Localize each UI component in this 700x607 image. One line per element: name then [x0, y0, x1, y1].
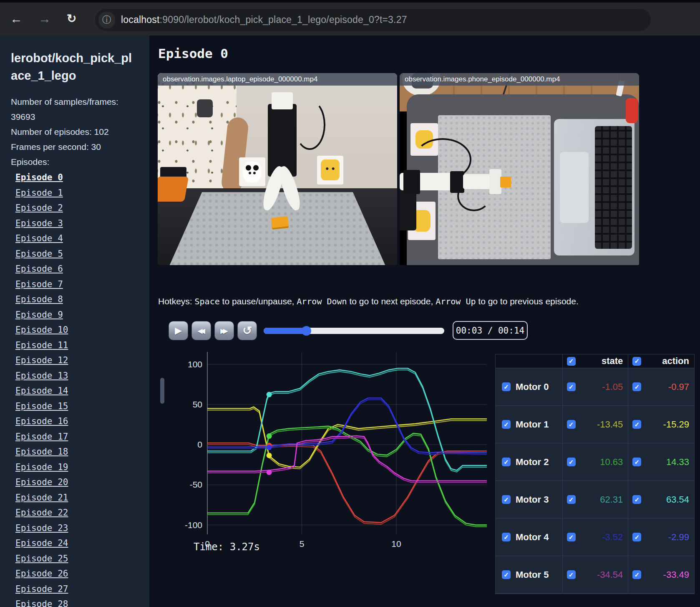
sidebar-episode-link[interactable]: Episode 4	[15, 233, 63, 243]
action-value-cell: ✓14.33	[628, 443, 694, 481]
sidebar-episode-link[interactable]: Episode 22	[15, 508, 68, 518]
sidebar-episode-link[interactable]: Episode 21	[15, 493, 68, 503]
row-checkbox[interactable]: ✓	[502, 382, 511, 391]
row-checkbox[interactable]: ✓	[502, 570, 511, 579]
dataset-stat-line: Frames per second: 30	[11, 139, 130, 154]
row-checkbox[interactable]: ✓	[567, 420, 576, 429]
state-column-label: state	[602, 356, 623, 367]
sidebar-episode-link[interactable]: Episode 27	[15, 584, 68, 594]
row-checkbox[interactable]: ✓	[567, 533, 576, 541]
list-item: Episode 9	[15, 308, 149, 323]
row-checkbox[interactable]: ✓	[502, 495, 511, 504]
row-checkbox[interactable]: ✓	[567, 495, 576, 504]
sidebar-episode-link[interactable]: Episode 23	[15, 523, 68, 533]
motor-name-cell: ✓Motor 2	[496, 443, 563, 481]
row-checkbox[interactable]: ✓	[502, 458, 511, 466]
row-checkbox[interactable]: ✓	[632, 458, 641, 466]
browser-toolbar: ← → ↻ ⓘ localhost:9090/lerobot/koch_pick…	[0, 0, 700, 35]
reload-icon[interactable]: ↻	[67, 12, 76, 25]
motor-name: Motor 1	[516, 419, 549, 430]
orange-lego-brick	[500, 177, 511, 187]
sidebar-episode-link[interactable]: Episode 8	[15, 294, 63, 304]
motor-name: Motor 0	[516, 382, 549, 392]
action-value: 14.33	[666, 457, 689, 468]
action-column-checkbox[interactable]: ✓	[632, 357, 641, 366]
row-checkbox[interactable]: ✓	[567, 570, 576, 579]
motor-name-cell: ✓Motor 5	[496, 556, 563, 593]
sidebar-episode-link[interactable]: Episode 18	[15, 447, 68, 457]
sidebar-episode-link[interactable]: Episode 26	[15, 569, 68, 579]
sidebar-episode-link[interactable]: Episode 20	[15, 477, 68, 487]
state-value: -34.54	[597, 569, 623, 580]
forward-icon[interactable]: →	[38, 12, 51, 26]
motor-name-cell: ✓Motor 3	[496, 481, 563, 518]
sidebar-episode-link[interactable]: Episode 14	[15, 386, 68, 396]
hotkey-text: Hotkeys:	[158, 296, 195, 306]
sidebar-episode-link[interactable]: Episode 3	[15, 218, 63, 228]
hotkey-text: to go to previous episode.	[476, 296, 578, 306]
motor-name-cell: ✓Motor 1	[496, 406, 563, 443]
sidebar-episode-link[interactable]: Episode 2	[15, 203, 63, 213]
list-item: Episode 26	[15, 567, 149, 582]
address-bar[interactable]: ⓘ localhost:9090/lerobot/koch_pick_place…	[95, 9, 651, 31]
table-row: ✓Motor 1✓-13.45✓-15.29	[496, 406, 694, 443]
svg-text:5: 5	[300, 539, 305, 549]
sidebar-episode-link[interactable]: Episode 28	[15, 599, 68, 607]
row-checkbox[interactable]: ✓	[502, 420, 511, 429]
state-value: 62.31	[600, 494, 623, 505]
row-checkbox[interactable]: ✓	[632, 495, 641, 504]
page-title: Episode 0	[158, 46, 228, 61]
svg-text:50: 50	[193, 400, 202, 409]
video-player-phone[interactable]: observation.images.phone_episode_000000.…	[400, 73, 639, 265]
row-checkbox[interactable]: ✓	[502, 533, 511, 541]
cursor-dot-motor-4	[267, 445, 272, 450]
row-checkbox[interactable]: ✓	[632, 420, 641, 429]
sidebar-episode-link[interactable]: Episode 6	[15, 264, 63, 274]
motor-name: Motor 2	[516, 457, 549, 468]
sidebar-episode-link[interactable]: Episode 19	[15, 462, 68, 472]
sidebar-episode-link[interactable]: Episode 15	[15, 401, 68, 411]
motor-chart[interactable]: 100500-50-1000510	[154, 330, 501, 564]
row-checkbox[interactable]: ✓	[632, 533, 641, 541]
video-frame-phone	[400, 73, 639, 265]
sidebar-episode-link[interactable]: Episode 1	[15, 188, 63, 198]
action-value-cell: ✓-2.99	[628, 518, 694, 556]
sidebar-episode-link[interactable]: Episode 25	[15, 554, 68, 564]
action-value: 63.54	[666, 494, 689, 505]
hotkey-key-name: Space	[195, 296, 220, 306]
state-value: -1.05	[602, 382, 623, 392]
sidebar-episode-link[interactable]: Episode 7	[15, 279, 63, 289]
list-item: Episode 27	[15, 582, 149, 597]
sidebar-episode-link[interactable]: Episode 24	[15, 538, 68, 548]
sidebar-episode-link[interactable]: Episode 13	[15, 371, 68, 381]
list-item: Episode 8	[15, 292, 149, 308]
robot-wire	[457, 181, 491, 212]
list-item: Episode 20	[15, 475, 149, 491]
row-checkbox[interactable]: ✓	[567, 382, 576, 391]
state-column-checkbox[interactable]: ✓	[567, 357, 576, 366]
sidebar-episode-link[interactable]: Episode 5	[15, 249, 63, 259]
robot-top	[272, 92, 293, 109]
table-row: ✓Motor 4✓-3.52✓-2.99	[496, 518, 694, 556]
sidebar-episode-link[interactable]: Episode 9	[15, 310, 63, 320]
site-info-icon[interactable]: ⓘ	[98, 12, 115, 28]
back-icon[interactable]: ←	[10, 12, 23, 26]
svg-text:10: 10	[391, 539, 401, 549]
sidebar-episode-link[interactable]: Episode 12	[15, 355, 68, 365]
row-checkbox[interactable]: ✓	[632, 570, 641, 579]
sidebar-episode-link[interactable]: Episode 17	[15, 432, 68, 442]
camera-strap	[197, 99, 212, 118]
url-text[interactable]: localhost:9090/lerobot/koch_pick_place_1…	[121, 14, 407, 25]
list-item: Episode 19	[15, 460, 149, 475]
sidebar-episode-link[interactable]: Episode 16	[15, 416, 68, 426]
robot-joint	[403, 170, 420, 194]
list-item: Episode 0	[15, 170, 149, 186]
state-value-cell: ✓-1.05	[563, 368, 629, 405]
row-checkbox[interactable]: ✓	[567, 458, 576, 466]
video-player-laptop[interactable]: observation.images.laptop_episode_000000…	[158, 73, 397, 265]
sidebar-episode-link[interactable]: Episode 10	[15, 325, 68, 335]
svg-text:-100: -100	[185, 520, 202, 530]
sidebar-episode-link[interactable]: Episode 0	[15, 172, 63, 182]
sidebar-episode-link[interactable]: Episode 11	[15, 340, 68, 350]
row-checkbox[interactable]: ✓	[632, 382, 641, 391]
